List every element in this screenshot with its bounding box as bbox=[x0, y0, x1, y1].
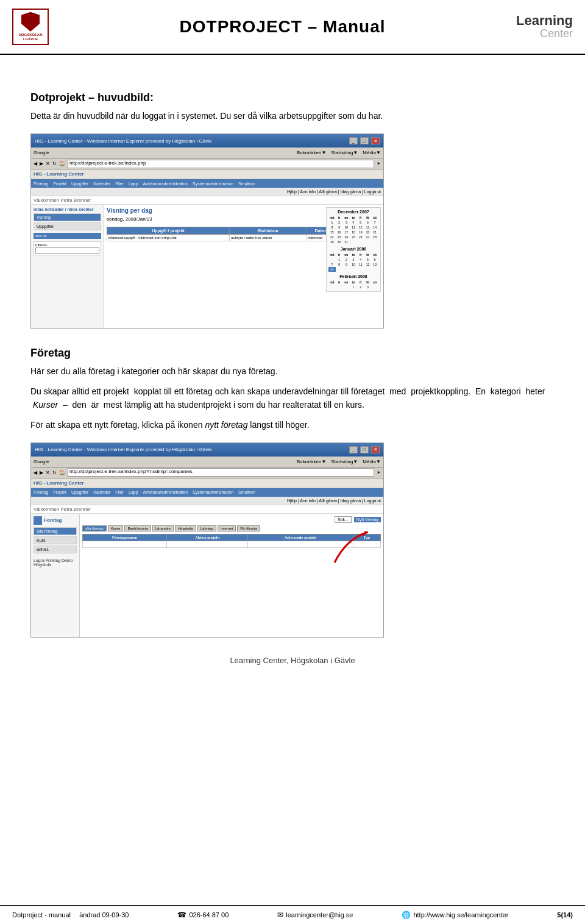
footer-email: ✉ learningcenter@hig.se bbox=[277, 911, 353, 919]
minimize-btn[interactable]: _ bbox=[349, 137, 358, 144]
welcome-bar2: Välkommen Petra Brenner bbox=[31, 505, 383, 514]
tab-alla[interactable]: alla företag bbox=[82, 525, 107, 531]
calendar-widget: December 2007 må ti on to fr lö sö 1 2 3… bbox=[326, 207, 381, 292]
screenshot2-sidebar: Företag alla företag Kurs anhist. Lagra … bbox=[31, 514, 80, 638]
screenshot1-toolbar: Google Bokmärken▼ Startsidag▼ Média▼ bbox=[31, 147, 383, 158]
welcome-bar: Välkommen Petra Brenner bbox=[31, 196, 383, 205]
screenshot1-body: mina notisader / mina seciöer Visning Up… bbox=[31, 205, 383, 329]
tab-lak[interactable]: Läkning bbox=[197, 525, 216, 531]
screenshot1-titlebar: HIG - Learning Center - Windows Internet… bbox=[31, 134, 383, 147]
page-header: HÖGSKOLAN I GÄVLE DOTPROJECT – Manual Le… bbox=[0, 0, 585, 55]
maximize-btn[interactable]: □ bbox=[360, 137, 369, 144]
section1-para1: Detta är din huvudbild när du loggat in … bbox=[30, 109, 555, 123]
email-icon: ✉ bbox=[277, 911, 283, 919]
phone-icon: ☎ bbox=[177, 911, 186, 919]
section2-para1: Här ser du alla företag i kategorier och… bbox=[30, 364, 555, 378]
search-box[interactable]: Sök... bbox=[335, 516, 352, 523]
close-btn[interactable]: ✕ bbox=[371, 137, 380, 144]
sidebar-kurse[interactable]: Kurs bbox=[34, 536, 77, 544]
action-bar: Sök... Nytt företag bbox=[82, 516, 381, 523]
screenshot1-menubar: Företag Projekt Uppgifter Kalender Filer… bbox=[31, 179, 383, 188]
tab-lar[interactable]: Lärarsele bbox=[152, 525, 174, 531]
info-bar2: Hjälp | Ann info | Allt gärna | Idag gär… bbox=[31, 497, 383, 505]
maximize-btn2[interactable]: □ bbox=[360, 446, 369, 453]
screenshot2-nav: HIG - Learning Center bbox=[31, 478, 383, 488]
screenshot1-addressbar: ◀ ▶ ✕ ↻ 🏠 http://dotproject.e-trek.se/in… bbox=[31, 158, 383, 169]
footer-page: 5(14) bbox=[557, 911, 573, 919]
main-content: Dotprojekt – huvudbild: Detta är din huv… bbox=[0, 55, 585, 689]
address-input2[interactable]: http://dotproject.e-trek.se/index.php?mo… bbox=[68, 468, 374, 477]
new-company-btn[interactable]: Nytt företag bbox=[354, 517, 381, 522]
tab-int[interactable]: Internet bbox=[218, 525, 236, 531]
address-input[interactable]: http://dotproject.e-trek.se/index.php bbox=[68, 160, 374, 168]
arrow-annotation bbox=[328, 526, 377, 571]
section2-para2: Du skapar alltid ett projekt kopplat til… bbox=[30, 385, 555, 412]
footer-left: Dotproject - manual ändrad 09-09-30 bbox=[12, 911, 129, 919]
sidebar-uppg[interactable]: Uppgifter bbox=[34, 222, 101, 230]
tab-hog[interactable]: Högskola bbox=[175, 525, 196, 531]
close-btn2[interactable]: ✕ bbox=[371, 446, 380, 453]
footer-website: 🌐 http://www.hig.se/learningcenter bbox=[402, 911, 508, 919]
section2-para3: För att skapa ett nytt företag, klicka p… bbox=[30, 418, 555, 432]
page-title: DOTPROJECT – Manual bbox=[49, 17, 516, 37]
footer-phone: ☎ 026-64 87 00 bbox=[177, 911, 229, 919]
screenshot2-toolbar: Google Bokmärken▼ Startsidag▼ Média▼ bbox=[31, 457, 383, 467]
section1-heading: Dotprojekt – huvudbild: bbox=[30, 91, 555, 104]
footer-center: Learning Center, Högskolan i Gävle bbox=[30, 650, 555, 671]
screenshot1-sidebar: mina notisader / mina seciöer Visning Up… bbox=[31, 205, 104, 329]
learning-center-logo: Learning Center bbox=[516, 13, 573, 40]
tab-rij[interactable]: Rij tillvarig bbox=[237, 525, 260, 531]
shield-icon bbox=[21, 12, 40, 32]
screenshot2-titlebar: HIG - Learning Center - Windows Internet… bbox=[31, 443, 383, 457]
tab-kurse[interactable]: Kurse bbox=[108, 525, 124, 531]
tab-banh[interactable]: Banhhistoria bbox=[124, 525, 151, 531]
screenshot2-menubar: Företag Projekt Uppgifter Kalender Filer… bbox=[31, 488, 383, 497]
sidebar-alla[interactable]: alla företag bbox=[34, 527, 77, 535]
school-logo: HÖGSKOLAN I GÄVLE bbox=[12, 9, 49, 45]
sidebar-banhh[interactable]: anhist. bbox=[34, 546, 77, 553]
logo-area: HÖGSKOLAN I GÄVLE bbox=[12, 9, 49, 45]
screenshot1: HIG - Learning Center - Windows Internet… bbox=[30, 133, 384, 329]
screenshot2-body: Företag alla företag Kurs anhist. Lagra … bbox=[31, 514, 383, 638]
info-bar: Hjälp | Ann info | Allt gärna | Idag gär… bbox=[31, 188, 383, 196]
filter-box: Filtrera: bbox=[34, 241, 101, 255]
screenshot1-main: Visning per dag söndag, 2008/Jan/23 Uppg… bbox=[104, 205, 383, 329]
sidebar-visning[interactable]: Visning bbox=[34, 213, 101, 221]
section2-heading: Företag bbox=[30, 347, 555, 360]
web-icon: 🌐 bbox=[402, 911, 411, 919]
screenshot2: HIG - Learning Center - Windows Internet… bbox=[30, 442, 384, 638]
titlebar-text: HIG - Learning Center - Windows Internet… bbox=[35, 138, 347, 144]
screenshot1-nav: HIG - Learning Center bbox=[31, 169, 383, 179]
footer-bottom: Dotproject - manual ändrad 09-09-30 ☎ 02… bbox=[0, 905, 585, 924]
screenshot2-main: Sök... Nytt företag alla företag Kurse B… bbox=[80, 514, 383, 638]
minimize-btn2[interactable]: _ bbox=[349, 446, 358, 453]
screenshot2-addressbar: ◀ ▶ ✕ ↻ 🏠 http://dotproject.e-trek.se/in… bbox=[31, 467, 383, 478]
